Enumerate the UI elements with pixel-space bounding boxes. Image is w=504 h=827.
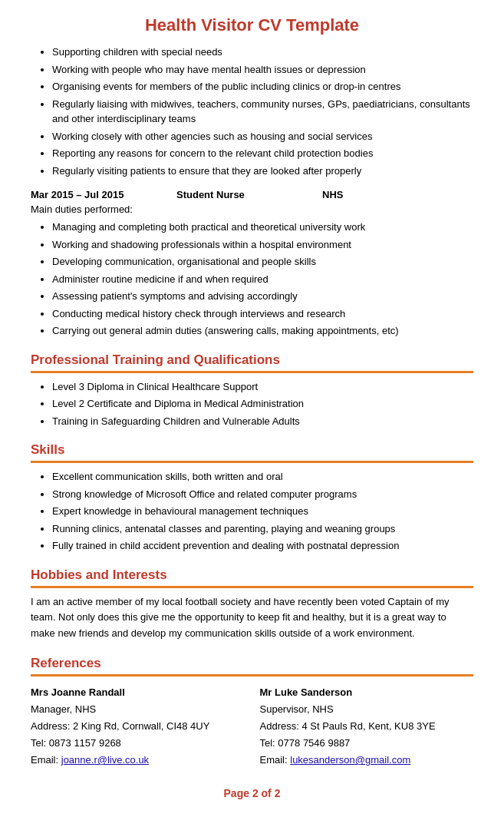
ref1-address-value: 2 King Rd, Cornwall, CI48 4UY bbox=[73, 720, 209, 732]
list-item: Regularly visiting patients to ensure th… bbox=[52, 164, 473, 179]
ref1-tel-label: Tel: bbox=[31, 737, 46, 749]
list-item: Training in Safeguarding Children and Vu… bbox=[52, 414, 473, 429]
page-title: Health Visitor CV Template bbox=[31, 15, 473, 35]
page-number: Page 2 of 2 bbox=[224, 787, 281, 799]
page-footer: Page 2 of 2 bbox=[31, 787, 473, 799]
list-item: Strong knowledge of Microsoft Office and… bbox=[52, 487, 473, 502]
references-grid: Mrs Joanne Randall Manager, NHS Address:… bbox=[31, 684, 473, 769]
list-item: Supporting children with special needs bbox=[52, 45, 473, 60]
ref2-name: Mr Luke Sanderson bbox=[260, 684, 474, 701]
ref1-tel: Tel: 0873 1157 9268 bbox=[31, 735, 245, 752]
list-item: Conducting medical history check through… bbox=[52, 306, 473, 322]
training-list: Level 3 Diploma in Clinical Healthcare S… bbox=[31, 379, 473, 429]
job-header: Mar 2015 – Jul 2015 Student Nurse NHS bbox=[31, 189, 473, 200]
list-item: Carrying out general admin duties (answe… bbox=[52, 323, 473, 339]
ref2-email: Email: lukesanderson@gmail.com bbox=[260, 752, 474, 769]
duties-list: Managing and completing both practical a… bbox=[31, 220, 473, 339]
job-title: Student Nurse bbox=[176, 189, 322, 200]
list-item: Regularly liaising with midwives, teache… bbox=[52, 97, 473, 127]
ref1-address-label: Address: bbox=[31, 720, 70, 732]
ref2-email-label: Email: bbox=[260, 754, 288, 766]
intro-list: Supporting children with special needs W… bbox=[31, 45, 473, 178]
skills-heading: Skills bbox=[31, 442, 473, 458]
references-divider bbox=[31, 674, 473, 676]
skills-divider bbox=[31, 461, 473, 463]
ref2-address-value: 4 St Pauls Rd, Kent, KU8 3YE bbox=[301, 720, 435, 732]
ref2-tel: Tel: 0778 7546 9887 bbox=[260, 735, 474, 752]
hobbies-divider bbox=[31, 586, 473, 588]
job-dates: Mar 2015 – Jul 2015 bbox=[31, 189, 176, 200]
list-item: Running clinics, antenatal classes and p… bbox=[52, 521, 473, 537]
duties-label: Main duties performed: bbox=[31, 203, 473, 215]
list-item: Working with people who may have mental … bbox=[52, 62, 473, 78]
skills-list: Excellent communication skills, both wri… bbox=[31, 469, 473, 554]
training-heading: Professional Training and Qualifications bbox=[31, 352, 473, 368]
list-item: Developing communication, organisational… bbox=[52, 254, 473, 270]
ref1-block: Mrs Joanne Randall Manager, NHS Address:… bbox=[31, 684, 245, 769]
ref1-email-label: Email: bbox=[31, 754, 58, 766]
hobbies-text: I am an active member of my local footba… bbox=[31, 594, 473, 642]
ref2-tel-value: 0778 7546 9887 bbox=[278, 737, 350, 749]
list-item: Managing and completing both practical a… bbox=[52, 220, 473, 235]
list-item: Administer routine medicine if and when … bbox=[52, 272, 473, 287]
ref1-email-link[interactable]: joanne.r@live.co.uk bbox=[61, 754, 149, 766]
list-item: Level 2 Certificate and Diploma in Medic… bbox=[52, 396, 473, 412]
ref1-address: Address: 2 King Rd, Cornwall, CI48 4UY bbox=[31, 718, 245, 735]
ref1-name: Mrs Joanne Randall bbox=[31, 684, 245, 701]
ref1-role: Manager, NHS bbox=[31, 701, 245, 718]
list-item: Fully trained in child accident preventi… bbox=[52, 538, 473, 554]
list-item: Excellent communication skills, both wri… bbox=[52, 469, 473, 485]
ref2-address: Address: 4 St Pauls Rd, Kent, KU8 3YE bbox=[260, 718, 474, 735]
job-org: NHS bbox=[322, 189, 343, 200]
ref2-address-label: Address: bbox=[260, 720, 299, 732]
references-heading: References bbox=[31, 656, 473, 671]
ref2-role: Supervisor, NHS bbox=[260, 701, 474, 718]
ref1-tel-value: 0873 1157 9268 bbox=[49, 737, 121, 749]
ref2-block: Mr Luke Sanderson Supervisor, NHS Addres… bbox=[260, 684, 474, 769]
list-item: Working closely with other agencies such… bbox=[52, 129, 473, 144]
training-divider bbox=[31, 371, 473, 373]
list-item: Working and shadowing professionals with… bbox=[52, 237, 473, 253]
list-item: Reporting any reasons for concern to the… bbox=[52, 146, 473, 161]
list-item: Assessing patient's symptoms and advisin… bbox=[52, 289, 473, 304]
ref1-email: Email: joanne.r@live.co.uk bbox=[31, 752, 245, 769]
list-item: Level 3 Diploma in Clinical Healthcare S… bbox=[52, 379, 473, 395]
ref2-email-link[interactable]: lukesanderson@gmail.com bbox=[290, 754, 410, 766]
list-item: Expert knowledge in behavioural manageme… bbox=[52, 504, 473, 519]
hobbies-heading: Hobbies and Interests bbox=[31, 567, 473, 583]
ref2-tel-label: Tel: bbox=[260, 737, 275, 749]
list-item: Organising events for members of the pub… bbox=[52, 79, 473, 94]
